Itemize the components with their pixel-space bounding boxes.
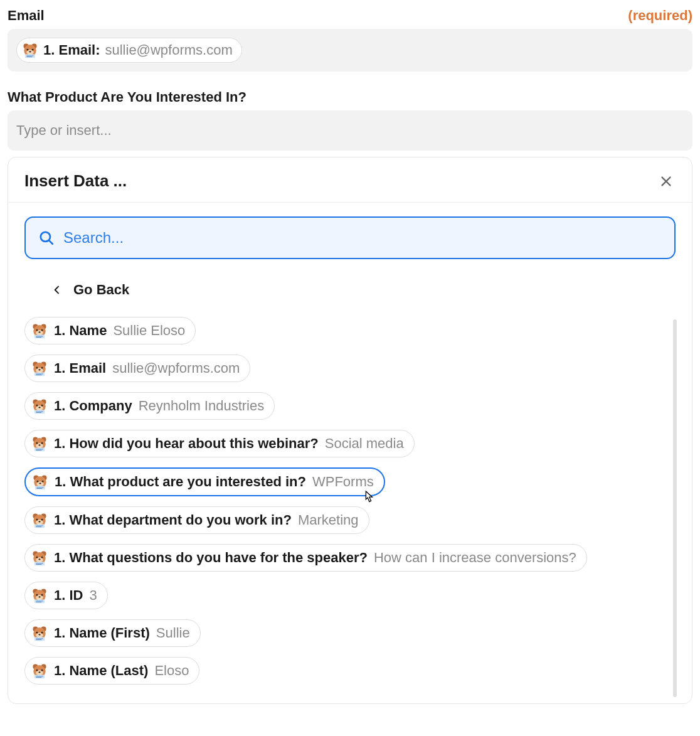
bear-icon [31, 550, 48, 566]
cursor-pointer-icon [361, 490, 375, 506]
bear-icon [32, 474, 48, 490]
data-item-label: 1. Name [54, 323, 107, 339]
bear-icon [31, 323, 48, 339]
data-item-label: 1. What product are you interested in? [55, 474, 306, 490]
data-item-value: Eloso [154, 663, 189, 679]
data-item-list: 1. NameSullie Eloso1. Emailsullie@wpform… [24, 317, 676, 697]
svg-line-11 [49, 240, 53, 244]
data-item-value: Marketing [298, 512, 359, 528]
data-item-value: Sullie Eloso [113, 323, 185, 339]
product-field-block: What Product Are You Interested In? Type… [8, 89, 692, 151]
go-back-label: Go Back [73, 282, 129, 298]
required-badge: (required) [628, 8, 692, 24]
data-item-label: 1. How did you hear about this webinar? [54, 435, 319, 452]
bear-icon [22, 42, 38, 58]
data-item-value: Social media [325, 435, 404, 452]
close-button[interactable] [657, 172, 676, 191]
email-chip-label: 1. Email: [43, 42, 100, 58]
product-label: What Product Are You Interested In? [8, 89, 247, 105]
data-item-label: 1. ID [54, 587, 83, 604]
insert-data-panel: Insert Data ... Go Back [8, 157, 692, 704]
data-item-value: Reynholm Industries [139, 398, 265, 414]
email-label: Email [8, 8, 45, 24]
data-item[interactable]: 1. Name (First)Sullie [24, 619, 201, 647]
bear-icon [31, 435, 48, 452]
email-field-block: Email (required) 1. Email: sullie@wpform… [8, 8, 692, 72]
data-item[interactable]: 1. What questions do you have for the sp… [24, 544, 587, 572]
bear-icon [31, 663, 48, 679]
data-item-label: 1. What department do you work in? [54, 512, 292, 528]
search-field[interactable] [24, 216, 676, 259]
email-chip[interactable]: 1. Email: sullie@wpforms.com [16, 38, 242, 63]
data-item-value: WPForms [312, 474, 374, 490]
data-item[interactable]: 1. Emailsullie@wpforms.com [24, 355, 250, 382]
data-item[interactable]: 1. How did you hear about this webinar?S… [24, 430, 415, 457]
email-input[interactable]: 1. Email: sullie@wpforms.com [8, 29, 692, 72]
data-item[interactable]: 1. What product are you interested in?WP… [24, 467, 385, 496]
bear-icon [31, 360, 48, 376]
data-item-value: How can I increase conversions? [374, 550, 576, 566]
data-item[interactable]: 1. Name (Last)Eloso [24, 657, 199, 685]
scrollbar[interactable] [673, 319, 677, 697]
panel-title: Insert Data ... [24, 171, 127, 191]
bear-icon [31, 512, 48, 528]
data-item[interactable]: 1. ID3 [24, 582, 108, 609]
data-item[interactable]: 1. NameSullie Eloso [24, 317, 196, 344]
data-item[interactable]: 1. CompanyReynholm Industries [24, 392, 275, 420]
search-icon [38, 230, 55, 246]
product-placeholder: Type or insert... [16, 122, 112, 139]
close-icon [659, 174, 673, 188]
search-input[interactable] [63, 229, 662, 247]
product-input[interactable]: Type or insert... [8, 110, 692, 151]
data-item-value: Sullie [156, 625, 190, 641]
email-chip-value: sullie@wpforms.com [105, 42, 232, 58]
go-back-button[interactable]: Go Back [24, 259, 676, 317]
data-item-value: sullie@wpforms.com [112, 360, 240, 376]
bear-icon [31, 625, 48, 641]
data-item[interactable]: 1. What department do you work in?Market… [24, 506, 369, 534]
data-item-label: 1. Company [54, 398, 132, 414]
bear-icon [31, 587, 48, 604]
data-item-label: 1. Name (First) [54, 625, 150, 641]
chevron-left-icon [52, 285, 62, 295]
data-item-label: 1. What questions do you have for the sp… [54, 550, 368, 566]
data-item-value: 3 [89, 587, 97, 604]
data-item-label: 1. Name (Last) [54, 663, 148, 679]
data-item-label: 1. Email [54, 360, 106, 376]
bear-icon [31, 398, 48, 414]
